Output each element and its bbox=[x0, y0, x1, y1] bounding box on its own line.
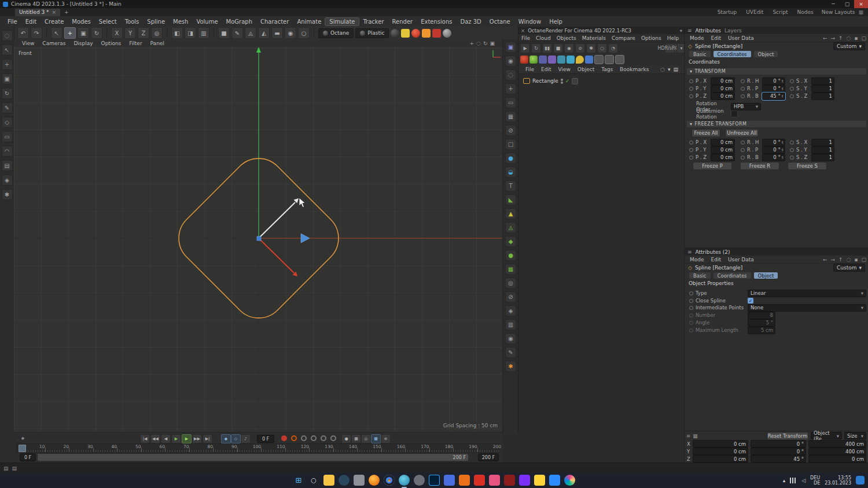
menu-item[interactable]: Tools bbox=[121, 18, 144, 25]
taskbar-app-firefox[interactable] bbox=[369, 475, 380, 486]
menu-item[interactable]: Animate bbox=[293, 18, 325, 25]
layout-link[interactable]: Nodes bbox=[797, 9, 814, 15]
object-row-rectangle[interactable]: Rectangle ✓ bbox=[518, 77, 685, 85]
coord-z-rotation-field[interactable]: 45 ° bbox=[751, 455, 806, 463]
left-palette-icon[interactable]: ▣ bbox=[2, 73, 13, 84]
add-camera-icon[interactable]: ◉ bbox=[285, 27, 296, 39]
transport-button[interactable]: ▶▶ bbox=[192, 434, 202, 443]
key-dot-icon[interactable] bbox=[689, 94, 693, 98]
taskbar-app-explorer[interactable] bbox=[323, 475, 334, 486]
freeze-r-button[interactable]: Freeze R bbox=[740, 162, 779, 170]
octane-environment-icon[interactable] bbox=[567, 56, 575, 64]
autokey-button[interactable] bbox=[291, 435, 297, 441]
redo-icon[interactable]: ↷ bbox=[31, 27, 42, 39]
object-name[interactable]: Rectangle bbox=[532, 78, 558, 84]
move-tool-icon[interactable]: + bbox=[64, 27, 76, 39]
zoom-view-icon[interactable]: ◌ bbox=[476, 40, 481, 46]
back-icon[interactable]: ← bbox=[823, 257, 827, 263]
viewport-menu-item[interactable]: View bbox=[18, 40, 38, 46]
add-deformer-icon[interactable]: ◭ bbox=[258, 27, 270, 39]
left-palette-icon[interactable]: ↖ bbox=[2, 45, 13, 56]
taskbar-app-red[interactable] bbox=[474, 475, 485, 486]
lock-x-axis-icon[interactable]: X bbox=[111, 27, 123, 39]
octane-menu-item[interactable]: Help bbox=[664, 35, 682, 41]
material-preview-icon[interactable] bbox=[391, 29, 399, 38]
list-view-icon[interactable]: ▤ bbox=[673, 66, 678, 72]
left-palette-icon[interactable]: + bbox=[2, 59, 13, 70]
search-icon[interactable]: ○ bbox=[308, 475, 319, 486]
taskbar-app-darkred[interactable] bbox=[504, 475, 515, 486]
menu-user-data[interactable]: User Data bbox=[725, 35, 757, 41]
tab-coordinates[interactable]: Coordinates bbox=[713, 51, 751, 57]
menu-item[interactable]: File bbox=[3, 18, 21, 25]
search-icon[interactable]: ◌ bbox=[660, 66, 665, 72]
left-palette-icon[interactable]: ◌ bbox=[2, 30, 13, 41]
layouts-icon[interactable]: ▦ bbox=[858, 9, 863, 15]
key-dot-icon[interactable] bbox=[689, 141, 693, 145]
lock-icon[interactable]: ▪ bbox=[854, 35, 858, 41]
keyframe-selection-toggle[interactable] bbox=[301, 435, 307, 441]
octane-grid-icon[interactable] bbox=[615, 55, 624, 64]
object-manager-menu-item[interactable]: Edit bbox=[538, 66, 554, 72]
key-dot-icon[interactable] bbox=[689, 291, 693, 295]
record-scale-toggle[interactable] bbox=[321, 435, 326, 441]
tab-layers[interactable]: Layers bbox=[724, 28, 742, 34]
octane-tool-icon[interactable]: ○ bbox=[597, 43, 607, 53]
menu-mode[interactable]: Mode bbox=[687, 257, 707, 263]
record-parameter-icon[interactable]: ● bbox=[341, 434, 351, 443]
freeze-group-header[interactable]: ▾ FREEZE TRANSFORM bbox=[687, 121, 866, 127]
octane-close-icon[interactable]: × bbox=[521, 28, 525, 34]
record-button[interactable] bbox=[281, 435, 287, 441]
freeze-rh-field[interactable]: 0 °▴▾ bbox=[762, 139, 785, 146]
left-palette-icon[interactable]: ✱ bbox=[2, 189, 13, 200]
octane-material-icon[interactable] bbox=[548, 56, 556, 64]
maximize-view-icon[interactable]: ▣ bbox=[490, 40, 495, 46]
add-floor-icon[interactable]: ▬ bbox=[271, 27, 283, 39]
taskbar-app-photoshop[interactable] bbox=[429, 475, 440, 486]
material-preview-icon[interactable] bbox=[443, 29, 451, 38]
playhead-handle[interactable] bbox=[19, 445, 26, 452]
key-dot-icon[interactable] bbox=[689, 148, 693, 152]
render-view-icon[interactable]: ◧ bbox=[171, 27, 183, 39]
key-dot-icon[interactable] bbox=[741, 94, 745, 98]
undo-icon[interactable]: ↶ bbox=[17, 27, 29, 39]
left-palette-icon[interactable]: ▭ bbox=[2, 131, 13, 142]
command-palette-icon[interactable]: ◣ bbox=[505, 194, 516, 205]
freeze-all-button[interactable]: Freeze All bbox=[692, 129, 720, 137]
left-palette-icon[interactable]: ◠ bbox=[2, 146, 13, 157]
menu-item[interactable]: Modes bbox=[68, 18, 94, 25]
new-layouts-button[interactable]: New Layouts bbox=[822, 9, 855, 15]
viewport-menu-item[interactable]: Options bbox=[97, 40, 126, 46]
tab-object[interactable]: Object bbox=[754, 51, 778, 57]
coord-y-position-field[interactable]: 0 cm bbox=[693, 448, 748, 455]
key-dot-icon[interactable] bbox=[790, 148, 794, 152]
menu-item[interactable]: Spline bbox=[143, 18, 169, 25]
network-icon[interactable] bbox=[790, 478, 797, 483]
object-manager-menu-item[interactable]: Tags bbox=[598, 66, 616, 72]
current-frame-field[interactable]: 0 F bbox=[257, 435, 274, 443]
octane-grid-icon[interactable] bbox=[605, 55, 614, 64]
menu-item[interactable]: Help bbox=[545, 18, 567, 25]
status-page-icon[interactable]: ▤ bbox=[12, 465, 17, 471]
command-palette-icon[interactable]: □ bbox=[505, 139, 516, 150]
command-palette-icon[interactable]: ◎ bbox=[505, 278, 516, 289]
freeze-sz-field[interactable]: 1 bbox=[811, 154, 834, 161]
new-panel-icon[interactable]: ▢ bbox=[861, 257, 866, 263]
coord-z-size-field[interactable]: 0 cm bbox=[808, 455, 866, 463]
frame-ruler[interactable]: 1020304050607080901001101201301401501601… bbox=[16, 443, 500, 453]
gizmo-origin-handle[interactable] bbox=[257, 236, 261, 241]
taskbar-app-steam[interactable] bbox=[339, 475, 350, 486]
tray-expand-icon[interactable]: ▴ bbox=[783, 478, 786, 483]
notification-badge[interactable] bbox=[856, 476, 865, 485]
sz-field[interactable]: 1 bbox=[811, 93, 834, 100]
maximize-button[interactable]: ▢ bbox=[840, 0, 854, 8]
octane-tool-icon[interactable]: ⊘ bbox=[575, 43, 585, 53]
freeze-s-button[interactable]: Freeze S bbox=[788, 162, 827, 170]
parent-icon[interactable]: ↑ bbox=[838, 35, 843, 41]
attributes2-title[interactable]: Attributes (2) bbox=[696, 249, 730, 255]
menu-item[interactable]: MoGraph bbox=[222, 18, 256, 25]
key-dot-icon[interactable] bbox=[790, 141, 794, 145]
preset-dropdown[interactable]: Custom ▾ bbox=[833, 42, 865, 50]
start-button[interactable]: ⊞ bbox=[293, 475, 304, 486]
octane-menu-item[interactable]: Objects bbox=[554, 35, 579, 41]
